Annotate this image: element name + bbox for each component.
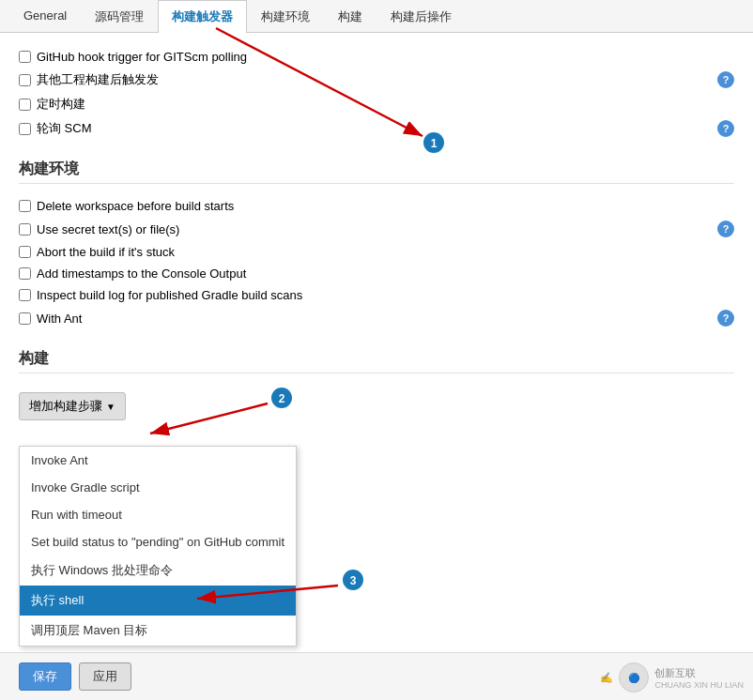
trigger-item-3: 轮询 SCM ?: [19, 116, 734, 141]
env-checkbox-5[interactable]: [19, 312, 31, 325]
env-item-2: Abort the build if it's stuck: [19, 241, 734, 263]
logo-text: ✍: [600, 672, 613, 684]
tab-build[interactable]: 构建: [324, 0, 376, 33]
env-label-0: Delete workspace before build starts: [37, 199, 234, 213]
trigger-item-0: GitHub hook trigger for GITScm polling: [19, 46, 734, 68]
env-label-5: With Ant: [37, 312, 82, 326]
help-icon-env-5[interactable]: ?: [717, 310, 734, 327]
tab-general[interactable]: General: [9, 0, 81, 33]
env-item-1: Use secret text(s) or file(s) ?: [19, 217, 734, 241]
env-section: Delete workspace before build starts Use…: [19, 191, 734, 334]
logo-name: 创新互联: [654, 666, 744, 680]
env-label-4: Inspect build log for published Gradle b…: [37, 288, 302, 302]
logo-text-label: 创新互联 CHUANG XIN HU LIAN: [654, 666, 744, 690]
logo-circle: 🔵: [619, 662, 649, 692]
trigger-item-1: 其他工程构建后触发发 ?: [19, 68, 734, 92]
trigger-label-2: 定时构建: [37, 96, 85, 113]
trigger-label-3: 轮询 SCM: [37, 120, 92, 137]
menu-item-4[interactable]: 执行 Windows 批处理命令: [20, 555, 296, 586]
env-checkbox-3[interactable]: [19, 267, 31, 280]
trigger-checkbox-3[interactable]: [19, 123, 31, 135]
menu-item-3[interactable]: Set build status to "pending" on GitHub …: [20, 528, 296, 555]
dropdown-arrow-icon: ▼: [106, 402, 115, 412]
menu-item-5[interactable]: 执行 shell: [20, 586, 296, 616]
env-checkbox-0[interactable]: [19, 200, 31, 212]
tab-source[interactable]: 源码管理: [81, 0, 158, 33]
trigger-checkbox-0[interactable]: [19, 51, 31, 63]
trigger-label-0: GitHub hook trigger for GITScm polling: [37, 50, 247, 64]
env-section-header: 构建环境: [19, 160, 734, 184]
menu-item-1[interactable]: Invoke Gradle script: [20, 474, 296, 501]
add-step-label: 增加构建步骤: [29, 398, 102, 415]
help-icon-trigger-1[interactable]: ?: [717, 71, 734, 88]
help-icon-trigger-3[interactable]: ?: [717, 120, 734, 137]
logo-inner: 🔵: [628, 673, 639, 683]
env-item-0: Delete workspace before build starts: [19, 195, 734, 217]
trigger-section: GitHub hook trigger for GITScm polling 其…: [19, 42, 734, 145]
tabs-bar: General 源码管理 构建触发器 构建环境 构建 构建后操作: [0, 0, 753, 33]
apply-button[interactable]: 应用: [79, 662, 131, 691]
tab-post-build[interactable]: 构建后操作: [376, 0, 466, 33]
env-label-1: Use secret text(s) or file(s): [37, 222, 179, 236]
env-item-3: Add timestamps to the Console Output: [19, 263, 734, 284]
save-button[interactable]: 保存: [19, 662, 71, 691]
env-item-4: Inspect build log for published Gradle b…: [19, 284, 734, 306]
dropdown-menu: Invoke Ant Invoke Gradle script Run with…: [19, 446, 297, 647]
logo-area: ✍ 🔵 创新互联 CHUANG XIN HU LIAN: [600, 662, 744, 692]
trigger-label-1: 其他工程构建后触发发: [37, 71, 159, 88]
menu-item-6[interactable]: 调用顶层 Maven 目标: [20, 616, 296, 646]
add-step-button[interactable]: 增加构建步骤 ▼: [19, 392, 126, 420]
trigger-item-2: 定时构建: [19, 92, 734, 116]
trigger-checkbox-1[interactable]: [19, 74, 31, 86]
menu-item-2[interactable]: Run with timeout: [20, 501, 296, 528]
build-section: 增加构建步骤 ▼: [19, 381, 734, 424]
env-label-2: Abort the build if it's stuck: [37, 245, 175, 259]
menu-item-0[interactable]: Invoke Ant: [20, 447, 296, 474]
env-checkbox-2[interactable]: [19, 246, 31, 258]
tab-trigger[interactable]: 构建触发器: [158, 0, 247, 33]
logo-sub: CHUANG XIN HU LIAN: [654, 680, 744, 690]
env-checkbox-4[interactable]: [19, 289, 31, 301]
help-icon-env-1[interactable]: ?: [717, 221, 734, 237]
trigger-checkbox-2[interactable]: [19, 99, 31, 111]
tab-env[interactable]: 构建环境: [247, 0, 324, 33]
env-label-3: Add timestamps to the Console Output: [37, 266, 246, 281]
build-section-header: 构建: [19, 349, 734, 373]
env-item-5: With Ant ?: [19, 306, 734, 330]
env-checkbox-1[interactable]: [19, 223, 31, 236]
